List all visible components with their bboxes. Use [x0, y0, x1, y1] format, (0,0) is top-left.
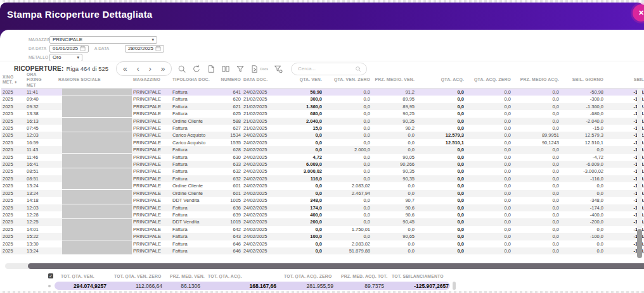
- table-row[interactable]: 202509:40PRINCIPALEFattura62021/02/20253…: [1, 96, 644, 103]
- table-row[interactable]: 202511:43PRINCIPALEFattura62824/02/20250…: [1, 146, 644, 153]
- table-row[interactable]: 202508:51PRINCIPALEFattura63224/02/20253…: [1, 168, 644, 175]
- table-row[interactable]: 202512:03PRINCIPALECarico Acquisto153424…: [1, 132, 644, 139]
- search-icon[interactable]: [177, 65, 186, 73]
- calendar-icon[interactable]: [155, 46, 161, 51]
- table-row[interactable]: 202512:28PRINCIPALEFattura63924/02/20254…: [1, 211, 644, 218]
- cell: 100,0: [283, 233, 323, 240]
- refresh-icon[interactable]: [192, 65, 201, 73]
- cell: 12.510,1: [416, 139, 465, 146]
- table-row[interactable]: 202513:24PRINCIPALEOrdine Cliente60124/0…: [1, 182, 644, 189]
- cell: PRINCIPALE: [132, 89, 171, 96]
- cell: 0,0: [465, 233, 512, 240]
- table-row[interactable]: 202515:22PRINCIPALEFattura64324/02/20251…: [1, 233, 644, 240]
- cell: 0,0: [416, 125, 465, 132]
- cell: PRINCIPALE: [132, 218, 171, 225]
- magazzino-select[interactable]: PRINCIPALE ▾: [49, 36, 157, 44]
- cell: 21/02/2025: [242, 110, 283, 117]
- cell: 0,0: [416, 226, 465, 233]
- table-row[interactable]: 202513:38PRINCIPALEFattura62521/02/20256…: [1, 110, 644, 117]
- horizontal-scrollbar-thumb[interactable]: [28, 263, 644, 269]
- table-row[interactable]: 202514:01PRINCIPALEFattura64224/02/20250…: [1, 226, 644, 233]
- cell: 0,0: [416, 190, 465, 197]
- table-row[interactable]: 202513:30PRINCIPALEFattura64624/02/20250…: [1, 240, 644, 247]
- metallo-select[interactable]: Oro ▾: [49, 54, 82, 61]
- row-position-label: Riga 464 di 525: [67, 65, 109, 72]
- cell: Fattura: [171, 168, 217, 175]
- cell: 50,98: [283, 89, 323, 96]
- prev-page-icon[interactable]: ‹: [137, 65, 139, 73]
- cell: 0,0: [416, 218, 465, 225]
- calendar-icon[interactable]: [80, 46, 86, 51]
- table-row[interactable]: 202516:41PRINCIPALEFattura63324/02/20256…: [1, 161, 644, 168]
- cell: 642: [217, 226, 242, 233]
- cell: 09:40: [25, 96, 57, 103]
- table-row[interactable]: 202514:18PRINCIPALEDDT Vendita100524/02/…: [1, 197, 644, 204]
- cell: 0,0: [512, 197, 560, 204]
- table-row[interactable]: 202511:41PRINCIPALEFattura64124/02/20255…: [1, 89, 644, 96]
- first-page-icon[interactable]: «: [123, 65, 127, 73]
- table-row[interactable]: 202508:51PRINCIPALEFattura63224/02/20251…: [1, 175, 644, 182]
- cell: PRINCIPALE: [132, 175, 171, 182]
- totals-label: PRZ. MED. ACQ. TOT.: [338, 274, 389, 278]
- cell: 0,0: [465, 197, 512, 204]
- table-row[interactable]: 202516:13PRINCIPALEOrdine Cliente58821/0…: [1, 118, 644, 125]
- vertical-scrollbar-thumb[interactable]: [637, 229, 642, 258]
- cell: Fattura: [171, 247, 217, 254]
- table-row[interactable]: 202511:46PRINCIPALEFattura63024/02/20254…: [1, 154, 644, 161]
- next-page-icon[interactable]: ›: [149, 65, 151, 73]
- last-page-icon[interactable]: »: [161, 65, 165, 73]
- cell: 0,0: [371, 190, 416, 197]
- cell: 2.083,02: [323, 182, 371, 189]
- a-data-input[interactable]: 28/02/2025: [125, 45, 164, 53]
- cell: -15,0: [560, 125, 605, 132]
- redacted-text-block: [62, 118, 132, 125]
- columns-icon[interactable]: [221, 65, 230, 73]
- cell: 1005: [217, 197, 242, 204]
- cell: 0,0: [465, 168, 512, 175]
- search-input[interactable]: [297, 65, 355, 72]
- document-icon[interactable]: [207, 65, 216, 73]
- cell: 0,0: [465, 146, 512, 153]
- cell: 0,0: [323, 103, 371, 110]
- cell: [57, 233, 132, 240]
- table-row[interactable]: 202516:59PRINCIPALECarico Acquisto153524…: [1, 139, 644, 146]
- cell: 0,0: [512, 204, 560, 211]
- table-row[interactable]: 202509:32PRINCIPALEFattura62121/02/20251…: [1, 103, 644, 110]
- table-row[interactable]: 202507:45PRINCIPALEFattura62721/02/20251…: [1, 125, 644, 132]
- cell: [57, 89, 132, 96]
- cell: 13:30: [25, 240, 57, 247]
- cell: 1535: [217, 139, 242, 146]
- redacted-text-block: [62, 240, 132, 247]
- cell: 11:41: [25, 89, 57, 96]
- totals-scrollbar[interactable]: [453, 282, 456, 290]
- cell: 24/02/2025: [242, 175, 283, 182]
- table-row[interactable]: 202512:25PRINCIPALEDDT Vendita101524/02/…: [1, 218, 644, 225]
- cell: 0,0: [283, 146, 323, 153]
- cell: 24/02/2025: [242, 226, 283, 233]
- filter-icon[interactable]: [236, 65, 245, 73]
- cell: 16:41: [25, 161, 57, 168]
- redacted-text-block: [62, 182, 132, 189]
- filter-settings-icon[interactable]: [274, 65, 283, 73]
- cell: -348,0: [560, 197, 605, 204]
- table-row[interactable]: 202512:03PRINCIPALEFattura63624/02/20251…: [1, 204, 644, 211]
- cell: 0,0: [283, 240, 323, 247]
- da-data-input[interactable]: 01/01/2025: [49, 45, 89, 53]
- cell: 12:03: [25, 132, 57, 139]
- table-row[interactable]: 202513:24PRINCIPALEOrdine Cliente60124/0…: [1, 190, 644, 197]
- cell: 0,0: [283, 226, 323, 233]
- cell: 2025: [1, 247, 25, 254]
- cell: 646: [217, 247, 242, 254]
- cell: PRINCIPALE: [132, 226, 171, 233]
- cell: 08:51: [25, 175, 57, 182]
- table-row[interactable]: 202513:24PRINCIPALEFattura64624/02/20250…: [1, 247, 644, 254]
- cell: 0,0: [512, 247, 560, 254]
- search-box: [291, 63, 367, 75]
- cell: 0,0: [512, 125, 560, 132]
- cell: -2.040,0: [560, 118, 605, 125]
- cell: 2025: [1, 190, 25, 197]
- cell: 6.009,0: [283, 161, 323, 168]
- cell: -50,98: [560, 89, 605, 96]
- totals-checkbox[interactable]: ✓: [48, 273, 53, 278]
- export-docs-icon[interactable]: Docs: [250, 65, 268, 73]
